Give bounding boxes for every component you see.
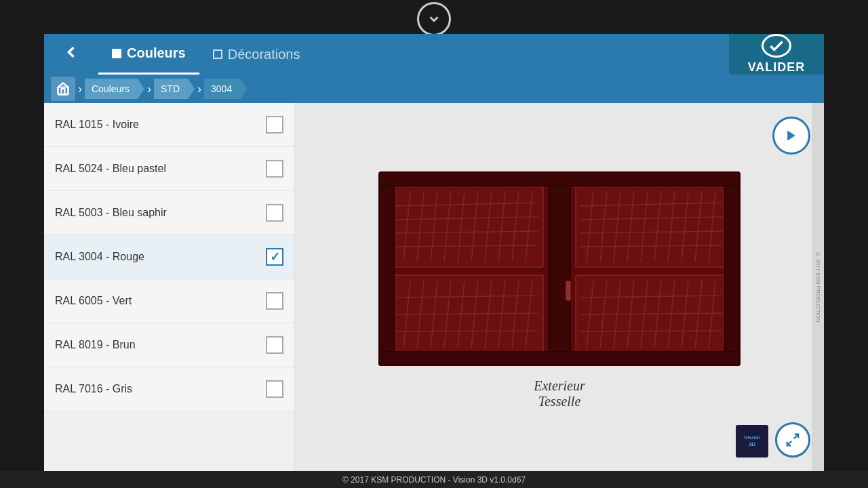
color-label-ral-5003: RAL 5003 - Bleu saphir [55,207,167,219]
svg-rect-3 [391,186,543,267]
couleurs-tab-icon [112,49,121,58]
valider-check-icon [762,34,791,58]
breadcrumb: › Couleurs › STD › 3004 [44,75,824,103]
play-button[interactable] [772,117,810,155]
checkmark-icon: ✓ [270,249,280,264]
color-checkbox-ral-3004[interactable]: ✓ [266,248,283,266]
breadcrumb-std[interactable]: STD [154,79,195,99]
footer-text: © 2017 KSM PRODUCTION - Vision 3D v1.0.0… [342,475,526,485]
color-item-ral-5024[interactable]: RAL 5024 - Bleu pastel [44,147,294,191]
decorations-tab-icon [213,49,222,59]
svg-line-33 [395,331,538,331]
color-label-ral-8019: RAL 8019 - Brun [55,339,136,351]
side-watermark: © 2017 KSM PRODUCTION [812,103,824,471]
color-label-ral-7016: RAL 7016 - Gris [55,383,132,395]
svg-rect-62 [379,176,394,365]
color-checkbox-ral-7016[interactable] [266,380,283,398]
svg-rect-63 [725,176,740,365]
color-item-ral-1015[interactable]: RAL 1015 - Ivoire [44,103,294,147]
top-bar [0,0,868,37]
color-checkbox-ral-8019[interactable] [266,336,283,354]
back-button[interactable] [44,34,98,75]
breadcrumb-3004[interactable]: 3004 [204,79,247,99]
color-label-ral-1015: RAL 1015 - Ivoire [55,119,139,131]
tab-couleurs-label: Couleurs [127,45,186,61]
color-checkbox-ral-6005[interactable] [266,292,283,310]
tab-decorations[interactable]: Décorations [199,34,314,75]
fullscreen-button[interactable] [775,422,810,458]
main-container: Couleurs Décorations VALIDER › [44,34,824,471]
vision3d-text: Vision3D [744,434,760,447]
color-label-ral-6005: RAL 6005 - Vert [55,295,132,307]
gate-preview: Exterieur Tesselle [370,165,749,409]
svg-rect-61 [549,176,570,365]
side-watermark-text: © 2017 KSM PRODUCTION [815,251,821,323]
footer: © 2017 KSM PRODUCTION - Vision 3D v1.0.0… [0,471,868,488]
svg-rect-5 [576,186,728,267]
color-label-ral-5024: RAL 5024 - Bleu pastel [55,163,166,175]
color-item-ral-8019[interactable]: RAL 8019 - Brun [44,323,294,367]
tab-decorations-label: Décorations [228,47,300,62]
color-list: RAL 1015 - IvoireRAL 5024 - Bleu pastelR… [44,103,295,471]
breadcrumb-couleurs[interactable]: Couleurs [85,79,144,99]
chevron-down-icon[interactable] [417,2,451,36]
tab-couleurs[interactable]: Couleurs [98,34,199,75]
breadcrumb-arrow-3: › [197,82,201,96]
breadcrumb-home-button[interactable] [51,77,75,101]
svg-rect-65 [379,352,740,365]
color-checkbox-ral-5003[interactable] [266,204,283,222]
content-area: RAL 1015 - IvoireRAL 5024 - Bleu pastelR… [44,103,824,471]
svg-rect-64 [379,172,740,186]
svg-rect-66 [566,281,571,301]
color-item-ral-6005[interactable]: RAL 6005 - Vert [44,279,294,323]
valider-label: VALIDER [748,60,806,75]
valider-button[interactable]: VALIDER [729,34,824,75]
back-arrow-icon [62,43,81,66]
preview-panel: Exterieur Tesselle [295,103,824,471]
gate-svg [370,165,749,375]
header: Couleurs Décorations VALIDER [44,34,824,75]
gate-label: Exterieur Tesselle [534,378,585,409]
svg-marker-67 [787,131,795,141]
color-checkbox-ral-1015[interactable] [266,116,283,134]
color-checkbox-ral-5024[interactable] [266,160,283,178]
color-label-ral-3004: RAL 3004 - Rouge [55,251,144,263]
color-item-ral-5003[interactable]: RAL 5003 - Bleu saphir [44,191,294,235]
breadcrumb-arrow-1: › [78,82,82,96]
color-item-ral-7016[interactable]: RAL 7016 - Gris [44,367,294,411]
breadcrumb-arrow-2: › [147,82,151,96]
svg-line-60 [580,331,722,331]
vision3d-badge: Vision3D [736,425,768,458]
color-item-ral-3004[interactable]: RAL 3004 - Rouge✓ [44,235,294,279]
